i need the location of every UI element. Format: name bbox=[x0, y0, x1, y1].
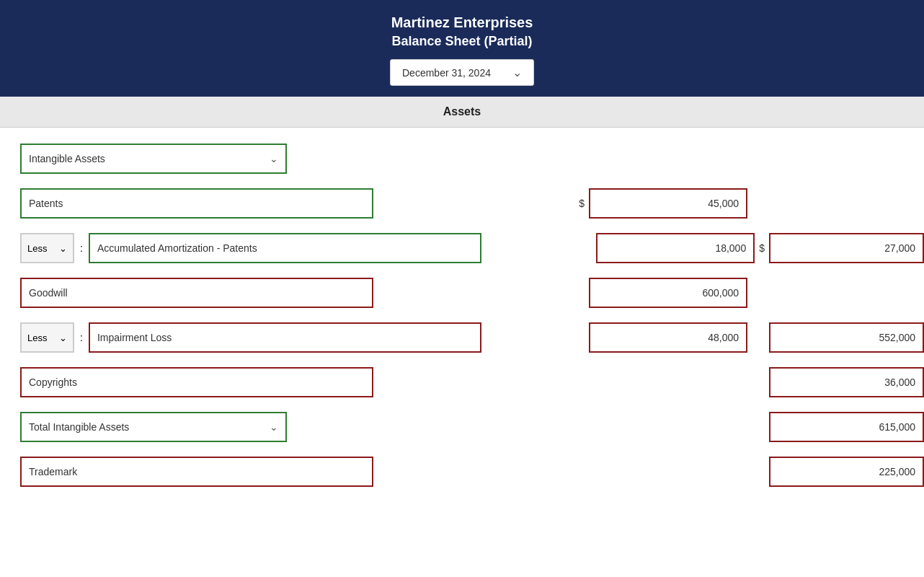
goodwill-field[interactable]: Goodwill bbox=[20, 278, 373, 308]
assets-header: Assets bbox=[0, 97, 924, 128]
accumulated-amortization-amount-field[interactable]: 18,000 bbox=[596, 233, 755, 263]
total-intangible-assets-row: Total Intangible Assets ⌄ 615,000 bbox=[20, 412, 924, 442]
copyrights-field[interactable]: Copyrights bbox=[20, 367, 373, 397]
total-intangible-assets-dropdown[interactable]: Total Intangible Assets ⌄ bbox=[20, 412, 287, 442]
copyrights-row: Copyrights 36,000 bbox=[20, 367, 924, 397]
accumulated-amortization-field[interactable]: Accumulated Amortization - Patents bbox=[89, 233, 481, 263]
less-goodwill-label: Less bbox=[27, 332, 47, 343]
copyrights-label: Copyrights bbox=[29, 376, 77, 388]
less-goodwill-colon: : bbox=[74, 332, 89, 343]
goodwill-row: Goodwill 600,000 bbox=[20, 278, 924, 308]
less-patents-colon: : bbox=[74, 242, 89, 254]
main-content: Intangible Assets ⌄ Patents $ 45,000 bbox=[0, 144, 924, 487]
header-section: Martinez Enterprises Balance Sheet (Part… bbox=[0, 0, 924, 97]
impairment-loss-field[interactable]: Impairment Loss bbox=[89, 322, 481, 353]
impairment-loss-amount-value: 48,000 bbox=[708, 332, 739, 343]
total-intangible-assets-amount-field[interactable]: 615,000 bbox=[769, 412, 924, 442]
patents-net-amount-value: 27,000 bbox=[884, 242, 915, 254]
impairment-loss-label: Impairment Loss bbox=[97, 332, 172, 343]
patents-row: Patents $ 45,000 bbox=[20, 188, 924, 219]
date-label: December 31, 2024 bbox=[402, 67, 491, 79]
company-name: Martinez Enterprises bbox=[7, 14, 917, 31]
patents-net-dollar-sign: $ bbox=[755, 242, 769, 254]
less-patents-row: Less ⌄ : Accumulated Amortization - Pate… bbox=[20, 233, 924, 263]
copyrights-amount-field[interactable]: 36,000 bbox=[769, 367, 924, 397]
goodwill-net-amount-field[interactable]: 552,000 bbox=[769, 322, 924, 353]
balance-sheet-container: Martinez Enterprises Balance Sheet (Part… bbox=[0, 0, 924, 501]
patents-amount-field[interactable]: 45,000 bbox=[589, 188, 747, 219]
less-goodwill-chevron-icon: ⌄ bbox=[59, 332, 67, 343]
intangible-chevron-icon: ⌄ bbox=[270, 153, 278, 164]
date-dropdown[interactable]: December 31, 2024 ⌄ bbox=[390, 59, 534, 86]
trademark-amount-value: 225,000 bbox=[879, 466, 915, 477]
company-name-normal: Martinez bbox=[391, 14, 450, 30]
accumulated-amortization-label: Accumulated Amortization - Patents bbox=[97, 242, 257, 254]
total-intangible-assets-amount-value: 615,000 bbox=[879, 421, 915, 433]
less-goodwill-dropdown[interactable]: Less ⌄ bbox=[20, 322, 74, 353]
patents-amount-value: 45,000 bbox=[708, 198, 739, 209]
trademark-amount-field[interactable]: 225,000 bbox=[769, 457, 924, 487]
impairment-loss-amount-field[interactable]: 48,000 bbox=[589, 322, 747, 353]
total-intangible-chevron-icon: ⌄ bbox=[270, 421, 278, 433]
goodwill-label: Goodwill bbox=[29, 287, 68, 299]
sheet-subtitle: Balance Sheet (Partial) bbox=[7, 34, 917, 49]
copyrights-amount-value: 36,000 bbox=[884, 376, 915, 388]
goodwill-amount-field[interactable]: 600,000 bbox=[589, 278, 747, 308]
accumulated-amortization-amount-value: 18,000 bbox=[715, 242, 746, 254]
goodwill-net-amount-value: 552,000 bbox=[879, 332, 915, 343]
patents-field[interactable]: Patents bbox=[20, 188, 373, 219]
patents-net-amount-field[interactable]: 27,000 bbox=[769, 233, 924, 263]
goodwill-amount-value: 600,000 bbox=[702, 287, 739, 299]
intangible-assets-dropdown[interactable]: Intangible Assets ⌄ bbox=[20, 144, 287, 174]
patents-label: Patents bbox=[29, 198, 63, 209]
trademark-row: Trademark 225,000 bbox=[20, 457, 924, 487]
less-patents-dropdown[interactable]: Less ⌄ bbox=[20, 233, 74, 263]
intangible-assets-label: Intangible Assets bbox=[29, 153, 105, 164]
assets-label: Assets bbox=[443, 105, 481, 118]
trademark-field[interactable]: Trademark bbox=[20, 457, 373, 487]
chevron-down-icon: ⌄ bbox=[512, 66, 522, 79]
less-goodwill-row: Less ⌄ : Impairment Loss 48,000 552,000 bbox=[20, 322, 924, 353]
company-name-bold: Enterprises bbox=[453, 14, 533, 30]
total-intangible-assets-label: Total Intangible Assets bbox=[29, 421, 129, 433]
patents-dollar-sign: $ bbox=[574, 198, 589, 209]
less-patents-label: Less bbox=[27, 243, 47, 254]
intangible-assets-row: Intangible Assets ⌄ bbox=[20, 144, 924, 174]
trademark-label: Trademark bbox=[29, 466, 77, 477]
less-patents-chevron-icon: ⌄ bbox=[59, 243, 67, 254]
